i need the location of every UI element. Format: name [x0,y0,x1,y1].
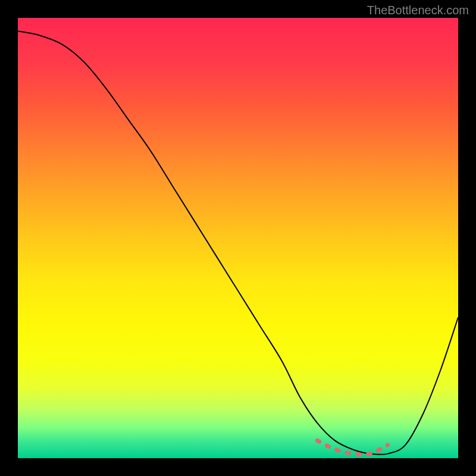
chart-svg [18,18,458,458]
watermark-text: TheBottleneck.com [367,4,469,17]
chart-plot-area [18,18,458,458]
bottleneck-curve-line [18,31,458,455]
optimal-marker-line [317,440,387,455]
